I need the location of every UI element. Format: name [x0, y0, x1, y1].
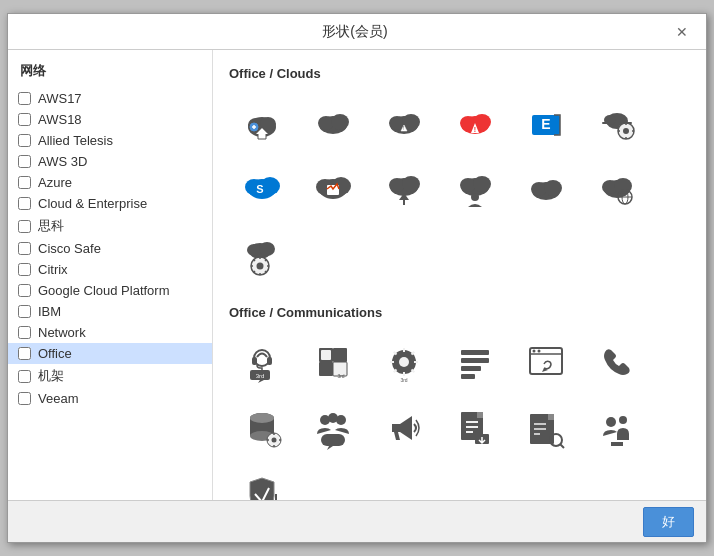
sidebar-item[interactable]: Citrix: [8, 259, 212, 280]
icon-cell[interactable]: !: [371, 93, 436, 153]
svg-point-34: [473, 176, 491, 192]
clouds-icon-grid: ! ! E: [229, 93, 690, 285]
sidebar-checkbox[interactable]: [18, 197, 31, 210]
svg-rect-64: [461, 350, 489, 355]
sidebar-item[interactable]: Cisco Safe: [8, 238, 212, 259]
svg-line-89: [560, 444, 564, 448]
dialog-body: 网络 AWS17AWS18Allied TelesisAWS 3DAzureCl…: [8, 50, 706, 500]
sidebar-checkbox[interactable]: [18, 134, 31, 147]
svg-rect-57: [333, 348, 347, 362]
icon-cell[interactable]: [442, 398, 507, 458]
svg-rect-87: [548, 414, 554, 420]
icon-cell[interactable]: [584, 398, 649, 458]
sidebar-item[interactable]: Allied Telesis: [8, 130, 212, 151]
sidebar-item-label: Office: [38, 346, 72, 361]
svg-point-90: [606, 417, 616, 427]
sidebar-item-label: Cisco Safe: [38, 241, 101, 256]
icon-cell[interactable]: E: [513, 93, 578, 153]
icon-cell[interactable]: 3rd: [229, 332, 294, 392]
icon-cell[interactable]: [300, 398, 365, 458]
sidebar-checkbox[interactable]: [18, 284, 31, 297]
svg-rect-58: [319, 362, 333, 376]
sidebar-checkbox[interactable]: [18, 392, 31, 405]
svg-point-75: [250, 413, 274, 423]
icon-cell[interactable]: [229, 93, 294, 153]
svg-text:3rd: 3rd: [337, 373, 344, 379]
sidebar-item[interactable]: AWS 3D: [8, 151, 212, 172]
icon-cell[interactable]: [442, 332, 507, 392]
dialog: 形状(会员) ✕ 网络 AWS17AWS18Allied TelesisAWS …: [7, 13, 707, 543]
icon-cell[interactable]: !: [442, 93, 507, 153]
icon-cell[interactable]: [442, 159, 507, 219]
sidebar-item[interactable]: Azure: [8, 172, 212, 193]
sidebar-checkbox[interactable]: [18, 155, 31, 168]
sidebar-checkbox[interactable]: [18, 113, 31, 126]
sidebar-item[interactable]: Cloud & Enterprise: [8, 193, 212, 214]
sidebar-item[interactable]: AWS18: [8, 109, 212, 130]
sidebar-item[interactable]: IBM: [8, 301, 212, 322]
svg-text:!: !: [402, 125, 403, 131]
sidebar-item-label: AWS17: [38, 91, 82, 106]
icon-cell[interactable]: [584, 332, 649, 392]
sidebar-checkbox[interactable]: [18, 176, 31, 189]
icon-cell[interactable]: S: [229, 159, 294, 219]
svg-rect-51: [252, 357, 257, 365]
sidebar-item[interactable]: 思科: [8, 214, 212, 238]
icon-cell[interactable]: [584, 159, 649, 219]
ok-button[interactable]: 好: [643, 507, 694, 537]
svg-point-46: [247, 244, 261, 256]
sidebar-item[interactable]: Network: [8, 322, 212, 343]
section-comms-title: Office / Communications: [229, 305, 690, 320]
sidebar-item-label: AWS18: [38, 112, 82, 127]
svg-point-31: [402, 176, 420, 192]
sidebar-item-label: Google Cloud Platform: [38, 283, 170, 298]
sidebar-checkbox[interactable]: [18, 326, 31, 339]
icon-cell[interactable]: [513, 398, 578, 458]
svg-point-91: [619, 416, 627, 424]
icon-cell[interactable]: [229, 225, 294, 285]
sidebar-checkbox[interactable]: [18, 220, 31, 233]
svg-point-70: [532, 350, 535, 353]
svg-point-38: [544, 180, 562, 196]
icon-cell[interactable]: [229, 464, 294, 500]
sidebar-item-label: Veeam: [38, 391, 78, 406]
sidebar-items: AWS17AWS18Allied TelesisAWS 3DAzureCloud…: [8, 88, 212, 409]
sidebar-item-label: 机架: [38, 367, 64, 385]
icon-cell[interactable]: 3rd: [371, 332, 436, 392]
svg-rect-65: [461, 358, 489, 363]
svg-rect-52: [267, 357, 272, 365]
svg-rect-82: [392, 424, 400, 432]
main-content: Office / Clouds: [213, 50, 706, 500]
icon-cell[interactable]: [300, 159, 365, 219]
svg-text:!: !: [473, 126, 475, 133]
close-button[interactable]: ✕: [670, 22, 694, 42]
dialog-footer: 好: [8, 500, 706, 542]
sidebar-item[interactable]: 机架: [8, 364, 212, 388]
svg-point-35: [471, 193, 479, 201]
icon-cell[interactable]: [300, 93, 365, 153]
icon-cell[interactable]: [371, 398, 436, 458]
svg-point-49: [256, 263, 263, 270]
title-bar: 形状(会员) ✕: [8, 14, 706, 50]
sidebar-item[interactable]: Google Cloud Platform: [8, 280, 212, 301]
sidebar-item-label: Cloud & Enterprise: [38, 196, 147, 211]
sidebar: 网络 AWS17AWS18Allied TelesisAWS 3DAzureCl…: [8, 50, 213, 500]
icon-cell[interactable]: [513, 332, 578, 392]
sidebar-checkbox[interactable]: [18, 347, 31, 360]
icon-cell[interactable]: [229, 398, 294, 458]
icon-cell[interactable]: [584, 93, 649, 153]
sidebar-item[interactable]: Veeam: [8, 388, 212, 409]
svg-point-77: [271, 438, 276, 443]
icon-cell[interactable]: [371, 159, 436, 219]
sidebar-checkbox[interactable]: [18, 242, 31, 255]
sidebar-checkbox[interactable]: [18, 370, 31, 383]
sidebar-checkbox[interactable]: [18, 92, 31, 105]
sidebar-item-label: 思科: [38, 217, 64, 235]
sidebar-item[interactable]: Office: [8, 343, 212, 364]
sidebar-checkbox[interactable]: [18, 263, 31, 276]
sidebar-checkbox[interactable]: [18, 305, 31, 318]
svg-text:3rd: 3rd: [255, 373, 264, 379]
sidebar-item[interactable]: AWS17: [8, 88, 212, 109]
icon-cell[interactable]: 3rd: [300, 332, 365, 392]
icon-cell[interactable]: [513, 159, 578, 219]
